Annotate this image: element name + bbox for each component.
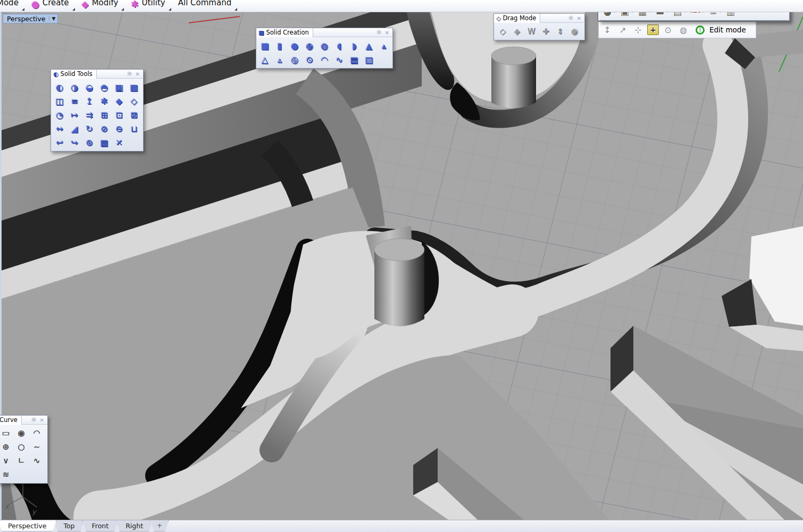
boolean-core-icon[interactable]: ▩	[127, 80, 141, 94]
delete-hole-icon[interactable]: ✕	[112, 136, 126, 149]
curved-slab-icon[interactable]: ▧	[362, 53, 376, 66]
tab-top[interactable]: Top	[53, 520, 85, 531]
hemisphere-icon[interactable]: ◖	[332, 39, 346, 53]
rectangle-control-points-icon[interactable]: ▭	[0, 426, 13, 440]
slice-solid-icon[interactable]: ◫	[53, 94, 66, 108]
solid-creation-titlebar[interactable]: ■Solid Creation ✱ ✕	[256, 28, 392, 37]
light-bulb-icon[interactable]: ◍	[677, 23, 690, 36]
offset-solid-icon[interactable]: ≡	[68, 94, 81, 108]
solid-tools-titlebar[interactable]: ◐Solid Tools ✱ ✕	[51, 70, 143, 79]
shear-solid-icon[interactable]: ◢	[68, 122, 81, 136]
viewport-dropdown-arrow[interactable]: ▼	[49, 16, 57, 21]
revolve-hole-icon[interactable]: ↪	[68, 136, 81, 149]
sphere-wireframe-icon[interactable]: ⊕	[0, 440, 13, 454]
fillet-edge-icon[interactable]: ◔	[53, 108, 66, 122]
pipe-s-curve-icon[interactable]: ∿	[332, 53, 346, 66]
gear-icon[interactable]: ✱	[125, 70, 135, 78]
box-edge-icon[interactable]: ◆	[112, 94, 126, 108]
boolean-difference-icon[interactable]: ◑	[68, 80, 81, 94]
tab-perspective[interactable]: Perspective	[0, 520, 56, 531]
move-edge-icon[interactable]: ↔	[53, 122, 66, 136]
menu-item-utility[interactable]: ✱ Utility	[126, 0, 172, 9]
torus-icon[interactable]: ⊙	[303, 53, 316, 66]
scale-drag-icon[interactable]: ↗	[616, 23, 629, 36]
viewport-title[interactable]: Perspective ▼	[3, 14, 58, 23]
pan-view-icon[interactable]: ⊹	[632, 23, 645, 36]
pipe-arc-icon[interactable]: ◠	[317, 53, 331, 66]
drag-mode-toolbar[interactable]: ◇Drag Mode ✱ ✕ ◇◈W✚⇕◉	[493, 13, 585, 40]
merge-solids-icon[interactable]: ✱	[97, 94, 111, 108]
extrude-straight-icon[interactable]: ↥	[82, 94, 96, 108]
viewport-perspective[interactable]: x y Perspective ▼ ■Solid Creation ✱ ✕ ■▮…	[0, 12, 803, 520]
round-hole-icon[interactable]: ↩	[53, 136, 66, 149]
menu-item-modify[interactable]: ◆ Modify	[77, 0, 126, 9]
sphere-icon[interactable]: ●	[288, 39, 302, 53]
drag-to-object-icon[interactable]: ◉	[567, 24, 581, 38]
menu-item-create[interactable]: ● Create	[26, 0, 77, 9]
closed-curve-icon[interactable]: ○	[14, 440, 28, 454]
solid-tools-toolbar[interactable]: ◐Solid Tools ✱ ✕ ◐◑◒◓▣▩◫≡↥✱◆◇◔↦⇉⊞⊡⊠↔◢↻⊘⊖…	[51, 69, 144, 151]
circular-hole-array-icon[interactable]: ⊛	[82, 136, 96, 149]
drag-vertical-icon[interactable]: ⇕	[553, 24, 567, 38]
grid-hole-array-icon[interactable]: ▦	[97, 136, 111, 149]
v-curve-icon[interactable]: ∨	[0, 454, 13, 468]
sphere-section-icon[interactable]: ◗	[347, 39, 361, 53]
helix-icon[interactable]: ∿	[30, 454, 44, 468]
power-edit-icon[interactable]: |	[696, 26, 705, 35]
move-face-icon[interactable]: ↦	[68, 108, 81, 122]
open-curve-icon[interactable]: ∼	[30, 440, 44, 454]
drag-uvn-icon[interactable]: ◈	[510, 24, 524, 38]
gear-icon[interactable]: ✱	[29, 416, 39, 424]
incremental-save-icon[interactable]: +	[647, 24, 659, 35]
menu-dropdown-triangle	[169, 8, 171, 11]
cone-icon[interactable]: ▲	[362, 39, 376, 53]
close-icon[interactable]: ✕	[39, 417, 47, 423]
menu-item-mode[interactable]: Mode	[0, 0, 26, 9]
tube-icon[interactable]: ◎	[288, 53, 302, 66]
dimension-icon[interactable]: ↕	[601, 23, 614, 36]
drag-cplane-icon[interactable]: ✚	[539, 24, 553, 38]
solid-control-points-icon[interactable]: ⊠	[127, 108, 141, 122]
make-hole-icon[interactable]: ⊖	[112, 122, 126, 136]
box-corner-icon[interactable]: ◇	[127, 94, 141, 108]
shell-solid-icon[interactable]: ⊔	[127, 122, 141, 136]
slab-icon[interactable]: ▤	[347, 53, 361, 66]
move-hole-icon[interactable]: ⊡	[112, 108, 126, 122]
tab-front[interactable]: Front	[82, 520, 119, 531]
boolean-union-icon[interactable]: ◐	[53, 80, 66, 94]
curve-titlebar[interactable]: Curve ✱ ✕	[0, 416, 47, 425]
arc-control-points-icon[interactable]: ◠	[30, 426, 44, 440]
join-surfaces-icon[interactable]: ▣	[112, 80, 126, 94]
solid-creation-toolbar[interactable]: ■Solid Creation ✱ ✕ ■▮●◉◍◖◗▲▴△▵◎⊙◠∿▤▧	[256, 28, 393, 69]
add-viewport-tab-button[interactable]: +	[150, 520, 169, 531]
gear-icon[interactable]: ✱	[374, 29, 384, 36]
drag-mode-titlebar[interactable]: ◇Drag Mode ✱ ✕	[494, 14, 584, 23]
close-icon[interactable]: ✕	[384, 30, 392, 36]
gear-icon[interactable]: ✱	[566, 14, 576, 22]
drag-default-icon[interactable]: ◇	[496, 24, 509, 38]
close-icon[interactable]: ✕	[576, 15, 584, 21]
solid-creation-title: Solid Creation	[266, 29, 308, 36]
copy-face-icon[interactable]: ⊞	[97, 108, 111, 122]
sphere-control-points-icon[interactable]: ◉	[303, 39, 316, 53]
close-icon[interactable]: ✕	[135, 71, 143, 77]
drag-world-icon[interactable]: W	[524, 24, 538, 38]
place-hole-icon[interactable]: ⊘	[97, 122, 111, 136]
boolean-split-icon[interactable]: ◓	[97, 80, 111, 94]
truncated-cone-icon[interactable]: ▴	[377, 39, 391, 53]
circle-control-points-icon[interactable]: ◉	[14, 426, 28, 440]
tab-right[interactable]: Right	[115, 520, 153, 531]
corner-fillet-icon[interactable]: ∟	[14, 454, 28, 468]
zoom-window-icon[interactable]: ⊙	[662, 23, 674, 36]
ellipsoid-icon[interactable]: ◍	[317, 39, 331, 53]
rotate-face-icon[interactable]: ↻	[82, 122, 96, 136]
concentric-arcs-icon[interactable]: ≋	[0, 468, 13, 482]
curve-toolbar[interactable]: Curve ✱ ✕ ▭◉◠⊕○∼∨∟∿≋	[0, 415, 48, 484]
cylinder-icon[interactable]: ▮	[273, 39, 287, 53]
box-icon[interactable]: ■	[258, 39, 272, 53]
menu-item-all-command[interactable]: All Command	[173, 0, 239, 9]
pyramid-icon[interactable]: △	[258, 53, 272, 66]
boolean-intersection-icon[interactable]: ◒	[82, 80, 96, 94]
extrude-face-icon[interactable]: ⇉	[82, 108, 96, 122]
truncated-pyramid-icon[interactable]: ▵	[273, 53, 287, 66]
